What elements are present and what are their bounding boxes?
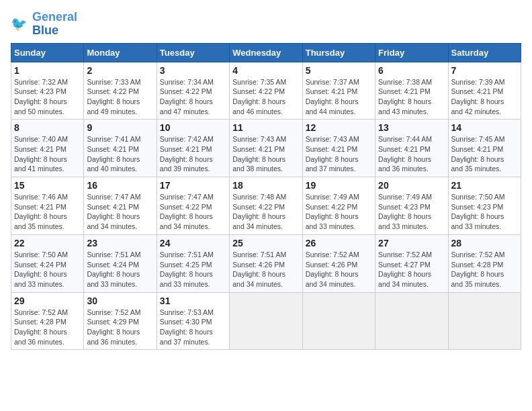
calendar-cell: 14Sunrise: 7:45 AM Sunset: 4:21 PM Dayli…	[448, 120, 521, 177]
day-number: 4	[232, 65, 299, 76]
day-number: 23	[87, 238, 153, 248]
day-number: 8	[14, 122, 81, 133]
calendar-cell: 11Sunrise: 7:43 AM Sunset: 4:21 PM Dayli…	[230, 120, 302, 177]
day-info: Sunrise: 7:45 AM Sunset: 4:21 PM Dayligh…	[451, 134, 518, 174]
calendar-table: SundayMondayTuesdayWednesdayThursdayFrid…	[11, 43, 521, 351]
day-info: Sunrise: 7:42 AM Sunset: 4:21 PM Dayligh…	[160, 134, 226, 174]
calendar-cell: 15Sunrise: 7:46 AM Sunset: 4:21 PM Dayli…	[11, 177, 84, 235]
calendar-cell: 17Sunrise: 7:47 AM Sunset: 4:22 PM Dayli…	[157, 177, 229, 235]
calendar-cell: 1Sunrise: 7:32 AM Sunset: 4:23 PM Daylig…	[11, 62, 84, 120]
day-number: 24	[160, 238, 226, 248]
day-info: Sunrise: 7:52 AM Sunset: 4:27 PM Dayligh…	[378, 250, 445, 289]
calendar-week-row: 1Sunrise: 7:32 AM Sunset: 4:23 PM Daylig…	[11, 62, 521, 120]
day-number: 6	[378, 65, 445, 76]
day-info: Sunrise: 7:44 AM Sunset: 4:21 PM Dayligh…	[378, 134, 445, 174]
day-number: 15	[14, 180, 81, 191]
calendar-cell: 2Sunrise: 7:33 AM Sunset: 4:22 PM Daylig…	[84, 62, 157, 120]
calendar-cell: 3Sunrise: 7:34 AM Sunset: 4:22 PM Daylig…	[157, 62, 229, 120]
day-info: Sunrise: 7:34 AM Sunset: 4:22 PM Dayligh…	[160, 77, 226, 117]
calendar-cell: 31Sunrise: 7:53 AM Sunset: 4:30 PM Dayli…	[157, 292, 229, 350]
calendar-cell	[375, 292, 448, 350]
day-info: Sunrise: 7:35 AM Sunset: 4:22 PM Dayligh…	[232, 77, 299, 117]
calendar-cell: 29Sunrise: 7:52 AM Sunset: 4:28 PM Dayli…	[11, 292, 84, 350]
day-info: Sunrise: 7:52 AM Sunset: 4:26 PM Dayligh…	[306, 250, 372, 289]
day-number: 9	[87, 122, 153, 133]
day-number: 22	[14, 238, 81, 248]
calendar-week-row: 29Sunrise: 7:52 AM Sunset: 4:28 PM Dayli…	[11, 292, 521, 350]
day-info: Sunrise: 7:51 AM Sunset: 4:26 PM Dayligh…	[232, 250, 299, 289]
day-number: 5	[306, 65, 372, 76]
calendar-cell: 23Sunrise: 7:51 AM Sunset: 4:24 PM Dayli…	[84, 234, 157, 292]
day-number: 27	[378, 238, 445, 248]
day-number: 2	[87, 65, 153, 76]
day-number: 21	[451, 180, 518, 191]
day-info: Sunrise: 7:41 AM Sunset: 4:21 PM Dayligh…	[87, 134, 153, 174]
calendar-cell: 30Sunrise: 7:52 AM Sunset: 4:29 PM Dayli…	[84, 292, 157, 350]
day-info: Sunrise: 7:38 AM Sunset: 4:21 PM Dayligh…	[378, 77, 445, 117]
day-number: 3	[160, 65, 226, 76]
weekday-header-saturday: Saturday	[448, 43, 521, 62]
day-number: 14	[451, 122, 518, 133]
calendar-cell: 10Sunrise: 7:42 AM Sunset: 4:21 PM Dayli…	[157, 120, 229, 177]
logo-icon: 🐦	[11, 15, 30, 34]
day-info: Sunrise: 7:51 AM Sunset: 4:25 PM Dayligh…	[160, 250, 226, 289]
calendar-cell: 7Sunrise: 7:39 AM Sunset: 4:21 PM Daylig…	[448, 62, 521, 120]
calendar-cell: 8Sunrise: 7:40 AM Sunset: 4:21 PM Daylig…	[11, 120, 84, 177]
calendar-cell: 21Sunrise: 7:50 AM Sunset: 4:23 PM Dayli…	[448, 177, 521, 235]
day-info: Sunrise: 7:47 AM Sunset: 4:21 PM Dayligh…	[87, 192, 153, 232]
day-number: 10	[160, 122, 226, 133]
day-number: 19	[306, 180, 372, 191]
day-info: Sunrise: 7:43 AM Sunset: 4:21 PM Dayligh…	[306, 134, 372, 174]
weekday-header-sunday: Sunday	[11, 43, 84, 62]
day-info: Sunrise: 7:37 AM Sunset: 4:21 PM Dayligh…	[306, 77, 372, 117]
calendar-cell	[230, 292, 302, 350]
calendar-cell: 9Sunrise: 7:41 AM Sunset: 4:21 PM Daylig…	[84, 120, 157, 177]
day-info: Sunrise: 7:52 AM Sunset: 4:29 PM Dayligh…	[87, 308, 153, 347]
day-number: 31	[160, 295, 226, 306]
logo-text: GeneralBlue	[32, 11, 77, 38]
calendar-week-row: 8Sunrise: 7:40 AM Sunset: 4:21 PM Daylig…	[11, 120, 521, 177]
weekday-header-monday: Monday	[84, 43, 157, 62]
calendar-cell: 24Sunrise: 7:51 AM Sunset: 4:25 PM Dayli…	[157, 234, 229, 292]
day-number: 29	[14, 295, 81, 306]
day-number: 1	[14, 65, 81, 76]
calendar-cell: 22Sunrise: 7:50 AM Sunset: 4:24 PM Dayli…	[11, 234, 84, 292]
day-info: Sunrise: 7:52 AM Sunset: 4:28 PM Dayligh…	[451, 250, 518, 289]
svg-text:🐦: 🐦	[11, 15, 28, 31]
day-number: 25	[232, 238, 299, 248]
calendar-cell: 19Sunrise: 7:49 AM Sunset: 4:22 PM Dayli…	[302, 177, 375, 235]
day-info: Sunrise: 7:52 AM Sunset: 4:28 PM Dayligh…	[14, 308, 81, 347]
day-number: 20	[378, 180, 445, 191]
day-info: Sunrise: 7:51 AM Sunset: 4:24 PM Dayligh…	[87, 250, 153, 289]
day-number: 12	[306, 122, 372, 133]
page-header: 🐦 GeneralBlue	[11, 11, 521, 38]
day-info: Sunrise: 7:40 AM Sunset: 4:21 PM Dayligh…	[14, 134, 81, 174]
calendar-week-row: 22Sunrise: 7:50 AM Sunset: 4:24 PM Dayli…	[11, 234, 521, 292]
day-info: Sunrise: 7:50 AM Sunset: 4:24 PM Dayligh…	[14, 250, 81, 289]
day-info: Sunrise: 7:39 AM Sunset: 4:21 PM Dayligh…	[451, 77, 518, 117]
weekday-header-tuesday: Tuesday	[157, 43, 229, 62]
day-info: Sunrise: 7:48 AM Sunset: 4:22 PM Dayligh…	[232, 192, 299, 232]
day-info: Sunrise: 7:53 AM Sunset: 4:30 PM Dayligh…	[160, 308, 226, 347]
calendar-cell: 26Sunrise: 7:52 AM Sunset: 4:26 PM Dayli…	[302, 234, 375, 292]
day-number: 13	[378, 122, 445, 133]
calendar-cell	[302, 292, 375, 350]
calendar-cell: 28Sunrise: 7:52 AM Sunset: 4:28 PM Dayli…	[448, 234, 521, 292]
day-info: Sunrise: 7:43 AM Sunset: 4:21 PM Dayligh…	[232, 134, 299, 174]
calendar-week-row: 15Sunrise: 7:46 AM Sunset: 4:21 PM Dayli…	[11, 177, 521, 235]
day-number: 26	[306, 238, 372, 248]
weekday-header-wednesday: Wednesday	[230, 43, 302, 62]
calendar-cell: 4Sunrise: 7:35 AM Sunset: 4:22 PM Daylig…	[230, 62, 302, 120]
calendar-cell: 13Sunrise: 7:44 AM Sunset: 4:21 PM Dayli…	[375, 120, 448, 177]
day-number: 16	[87, 180, 153, 191]
day-info: Sunrise: 7:50 AM Sunset: 4:23 PM Dayligh…	[451, 192, 518, 232]
day-number: 30	[87, 295, 153, 306]
day-info: Sunrise: 7:47 AM Sunset: 4:22 PM Dayligh…	[160, 192, 226, 232]
calendar-cell: 18Sunrise: 7:48 AM Sunset: 4:22 PM Dayli…	[230, 177, 302, 235]
day-number: 17	[160, 180, 226, 191]
day-number: 7	[451, 65, 518, 76]
calendar-cell: 5Sunrise: 7:37 AM Sunset: 4:21 PM Daylig…	[302, 62, 375, 120]
weekday-header-row: SundayMondayTuesdayWednesdayThursdayFrid…	[11, 43, 521, 62]
calendar-cell: 12Sunrise: 7:43 AM Sunset: 4:21 PM Dayli…	[302, 120, 375, 177]
day-info: Sunrise: 7:49 AM Sunset: 4:23 PM Dayligh…	[378, 192, 445, 232]
